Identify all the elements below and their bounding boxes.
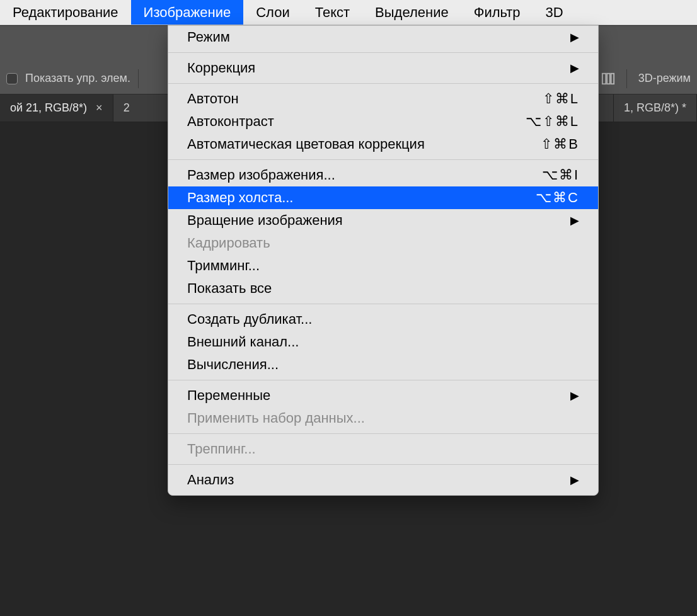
document-tab-label: ой 21, RGB/8*) [10,101,87,115]
menu-item-label: Коррекция [187,60,255,76]
menu-item-label: Режим [187,29,230,45]
svg-rect-1 [607,73,610,84]
menu-item-label: Вычисления... [187,356,279,373]
menu-item-auto-contrast[interactable]: Автоконтраст ⌥⇧⌘L [168,110,598,133]
mode-3d-label[interactable]: 3D-режим [638,72,691,85]
menu-item-trim[interactable]: Тримминг... [168,254,598,277]
menu-item-filter[interactable]: Фильтр [461,0,533,25]
submenu-arrow-icon [570,31,579,43]
menu-item-image-size[interactable]: Размер изображения... ⌥⌘I [168,164,598,186]
menu-item-label: Автотон [187,91,239,107]
menu-item-adjustments[interactable]: Коррекция [168,57,598,79]
menu-item-layers[interactable]: Слои [243,0,302,25]
menu-item-3d[interactable]: 3D [533,0,576,25]
options-separator-2 [626,69,627,88]
menu-separator [168,304,598,304]
menu-item-label: Размер изображения... [187,167,335,183]
menu-separator [168,52,598,53]
document-tab-active[interactable]: ой 21, RGB/8*) × [0,94,113,122]
menu-item-mode[interactable]: Режим [168,26,598,48]
menu-item-edit[interactable]: Редактирование [0,0,131,25]
menu-item-label: Переменные [187,387,270,404]
menu-item-canvas-size[interactable]: Размер холста... ⌥⌘C [168,186,598,209]
submenu-arrow-icon [570,390,579,401]
menu-item-label: Автоматическая цветовая коррекция [187,136,425,152]
menu-item-analysis[interactable]: Анализ [168,469,598,491]
menu-item-crop: Кадрировать [168,232,598,254]
menu-item-calculations[interactable]: Вычисления... [168,353,598,376]
show-controls-label: Показать упр. элем. [25,72,130,85]
menu-item-label: Внешний канал... [187,334,299,350]
show-controls-checkbox[interactable] [6,73,18,84]
menu-item-shortcut: ⌥⌘I [542,167,579,183]
document-tab-label-right: 1, RGB/8*) * [624,101,686,115]
menu-item-image-rotation[interactable]: Вращение изображения [168,209,598,232]
menu-item-shortcut: ⇧⌘B [541,136,579,152]
menubar: Редактирование Изображение Слои Текст Вы… [0,0,697,25]
menu-item-label: Автоконтраст [187,113,274,130]
menu-separator [168,159,598,160]
menu-item-trap: Треппинг... [168,438,598,460]
menu-item-apply-image[interactable]: Внешний канал... [168,331,598,353]
close-icon[interactable]: × [96,101,103,115]
menu-item-label: Кадрировать [187,235,270,251]
menu-item-label: Показать все [187,280,272,297]
menu-item-label: Треппинг... [187,441,256,457]
menu-item-text[interactable]: Текст [302,0,362,25]
menu-item-image[interactable]: Изображение [131,0,244,25]
menu-item-shortcut: ⇧⌘L [543,91,579,107]
options-separator [138,69,139,88]
submenu-arrow-icon [570,62,579,74]
menu-item-duplicate[interactable]: Создать дубликат... [168,308,598,331]
menu-item-auto-tone[interactable]: Автотон ⇧⌘L [168,88,598,110]
menu-item-shortcut: ⌥⇧⌘L [526,113,579,130]
menu-item-selection[interactable]: Выделение [362,0,461,25]
menu-item-auto-color[interactable]: Автоматическая цветовая коррекция ⇧⌘B [168,133,598,156]
panels-layout-icon[interactable] [601,72,615,86]
document-tab-label-mid: 2 [124,101,130,115]
menu-item-label: Тримминг... [187,258,260,274]
svg-rect-0 [602,73,606,84]
menu-separator [168,83,598,84]
menu-separator [168,380,598,380]
document-tab-right[interactable]: 1, RGB/8*) * [614,94,697,122]
menu-item-variables[interactable]: Переменные [168,384,598,407]
submenu-arrow-icon [570,474,579,486]
image-menu-dropdown: Режим Коррекция Автотон ⇧⌘L Автоконтраст… [168,25,599,496]
menu-separator [168,464,598,465]
menu-item-label: Применить набор данных... [187,410,365,426]
menu-item-label: Создать дубликат... [187,311,312,328]
menu-item-label: Размер холста... [187,190,293,206]
svg-rect-2 [611,73,614,84]
menu-separator [168,433,598,434]
menu-item-apply-data-set: Применить набор данных... [168,407,598,430]
submenu-arrow-icon [570,215,579,226]
menu-item-reveal-all[interactable]: Показать все [168,277,598,300]
menu-item-label: Вращение изображения [187,212,343,229]
menu-item-label: Анализ [187,472,234,488]
menu-item-shortcut: ⌥⌘C [536,190,579,206]
